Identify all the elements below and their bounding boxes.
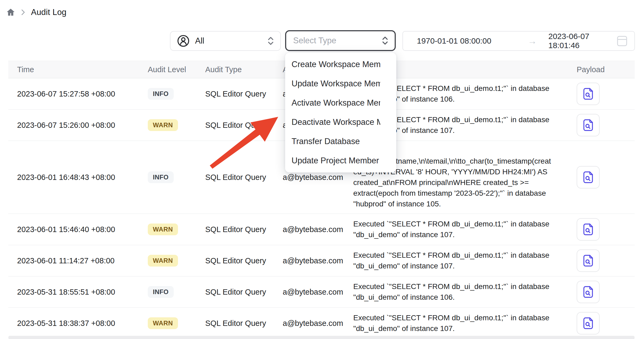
cell-time: 2023-06-07 15:27:58 +08:00 (17, 90, 148, 98)
cell-comment: Executed `"SELECT * FROM db_ui_demo.t1;"… (353, 219, 577, 240)
cell-time: 2023-06-07 15:26:00 +08:00 (17, 121, 148, 130)
audit-level-badge: INFO (148, 286, 174, 298)
table-row: 2023-06-01 11:14:27 +08:00 WARN SQL Edit… (8, 245, 635, 276)
column-header-payload: Payload (577, 65, 635, 74)
cell-comment: Executed `"SELECT * FROM db_ui_demo.t1;"… (353, 250, 577, 271)
table-row: 2023-05-31 18:55:51 +08:00 INFO SQL Edit… (8, 276, 635, 308)
page-title: Audit Log (31, 7, 67, 17)
cell-comment: Executed `"SELECT * FROM db_ui_demo.t1;"… (353, 281, 577, 303)
cell-audit-type: SQL Editor Query (205, 288, 283, 296)
file-search-icon (582, 317, 594, 330)
menu-item-activate-workspace-mem[interactable]: Activate Workspace Mem (285, 93, 396, 113)
audit-level-badge: WARN (148, 255, 178, 267)
cell-audit-level: WARN (148, 224, 205, 235)
audit-level-badge: INFO (148, 88, 174, 100)
view-payload-button[interactable] (577, 114, 600, 136)
date-range-start[interactable]: 1970-01-01 08:00:00 (417, 36, 516, 45)
chevron-up-down-icon (267, 36, 274, 46)
table-row: 2023-06-01 15:46:40 +08:00 WARN SQL Edit… (8, 214, 635, 245)
table-row: 2023-05-31 18:38:37 +08:00 WARN SQL Edit… (8, 308, 635, 339)
cell-time: 2023-05-31 18:55:51 +08:00 (17, 288, 148, 296)
cell-comment: Executed `"SELECT * FROM db_ui_demo.t1;"… (353, 313, 577, 334)
cell-actor: a@bytebase.com (283, 256, 353, 265)
actor-filter-value: All (195, 36, 204, 46)
calendar-icon (617, 35, 627, 47)
cell-payload (577, 166, 635, 188)
view-payload-button[interactable] (577, 281, 600, 303)
cell-actor: a@bytebase.com (283, 173, 353, 182)
file-search-icon (582, 285, 594, 299)
audit-type-placeholder: Select Type (293, 36, 336, 45)
audit-level-badge: WARN (148, 317, 178, 329)
column-header-audit-type: Audit Type (205, 65, 283, 74)
view-payload-button[interactable] (577, 312, 600, 334)
cell-actor: a@bytebase.com (283, 288, 353, 296)
cell-audit-level: WARN (148, 119, 205, 131)
view-payload-button[interactable] (577, 83, 600, 105)
cell-time: 2023-06-01 11:14:27 +08:00 (17, 256, 148, 265)
cell-payload (577, 114, 635, 136)
cell-audit-type: SQL Editor Query (205, 173, 283, 182)
cell-audit-level: INFO (148, 171, 205, 183)
date-range-end[interactable]: 2023-06-07 18:01:46 (548, 32, 617, 50)
cell-audit-type: SQL Editor Query (205, 225, 283, 234)
view-payload-button[interactable] (577, 218, 600, 241)
user-circle-icon (177, 34, 190, 47)
cell-audit-level: WARN (148, 255, 205, 267)
cell-payload (577, 83, 635, 105)
chevron-up-down-icon (382, 36, 388, 45)
audit-level-badge: INFO (148, 171, 174, 183)
menu-item-deactivate-workspace-m[interactable]: Deactivate Workspace M (285, 113, 396, 132)
cell-payload (577, 312, 635, 334)
home-icon[interactable] (6, 7, 15, 17)
cell-time: 2023-05-31 18:38:37 +08:00 (17, 319, 148, 328)
cell-audit-level: WARN (148, 317, 205, 329)
menu-item-update-workspace-memb[interactable]: Update Workspace Memb (285, 74, 396, 93)
menu-item-transfer-database[interactable]: Transfer Database (285, 132, 396, 151)
breadcrumb: Audit Log (6, 6, 67, 19)
file-search-icon (582, 171, 594, 184)
file-search-icon (582, 223, 594, 236)
view-payload-button[interactable] (577, 249, 600, 272)
cell-audit-type: SQL Editor Query (205, 256, 283, 265)
cell-time: 2023-06-01 15:46:40 +08:00 (17, 225, 148, 234)
date-range-arrow-icon: → (516, 36, 548, 46)
file-search-icon (582, 118, 594, 132)
audit-level-badge: WARN (148, 224, 178, 235)
audit-level-badge: WARN (148, 119, 178, 131)
cell-audit-level: INFO (148, 286, 205, 298)
menu-item-update-project-member-i[interactable]: Update Project Member I (285, 151, 396, 170)
cell-payload (577, 249, 635, 272)
audit-type-filter-select[interactable]: Select Type (285, 30, 396, 51)
column-header-time: Time (17, 65, 148, 74)
audit-type-dropdown-menu: Create Workspace MembUpdate Workspace Me… (285, 53, 396, 172)
cell-payload (577, 281, 635, 303)
cell-time: 2023-06-01 16:48:43 +08:00 (17, 173, 148, 182)
cell-actor: a@bytebase.com (283, 319, 353, 328)
menu-item-create-workspace-memb[interactable]: Create Workspace Memb (285, 55, 396, 74)
view-payload-button[interactable] (577, 166, 600, 188)
actor-filter-select[interactable]: All (170, 31, 281, 51)
cell-actor: a@bytebase.com (283, 225, 353, 234)
file-search-icon (582, 87, 594, 101)
file-search-icon (582, 254, 594, 267)
cell-audit-type: SQL Editor Query (205, 90, 283, 98)
cell-audit-type: SQL Editor Query (205, 121, 283, 130)
date-range-picker[interactable]: 1970-01-01 08:00:00 → 2023-06-07 18:01:4… (402, 31, 635, 51)
column-header-audit-level: Audit Level (148, 65, 205, 74)
cell-audit-level: INFO (148, 88, 205, 100)
cell-payload (577, 218, 635, 241)
cell-audit-type: SQL Editor Query (205, 319, 283, 328)
breadcrumb-chevron-icon (21, 9, 25, 16)
horizontal-scrollbar[interactable] (8, 336, 635, 339)
